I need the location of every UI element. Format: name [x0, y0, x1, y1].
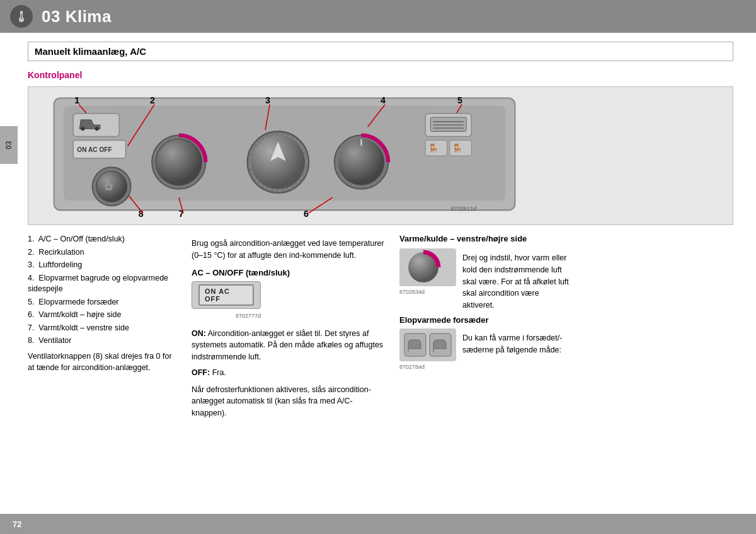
ac-title: AC – ON/OFF (tænd/sluk): [192, 268, 387, 277]
varme-text: Drej og indstil, hvor varm eller kold de…: [462, 252, 570, 311]
elop-img-code: 8702784d: [399, 364, 456, 370]
svg-text:3: 3: [265, 95, 270, 105]
varme-img-code: 8702834d: [399, 289, 456, 295]
numbered-list: 1. A/C – On/Off (tænd/sluk) 2. Recirkula…: [28, 234, 179, 419]
on-text: Aircondition-anlægget er slået til. Det …: [192, 329, 383, 362]
on-label: ON:: [192, 329, 206, 338]
varme-knob-image: [399, 248, 456, 286]
off-text: Fra.: [212, 368, 226, 377]
page-title: 03 Klima: [42, 7, 112, 26]
svg-rect-2: [21, 14, 22, 20]
svg-text:🪑: 🪑: [428, 142, 439, 154]
chapter-icon: [10, 5, 33, 28]
off-description: OFF: Fra.: [192, 367, 387, 379]
varme-title: Varme/kulde – venstre/højre side: [399, 234, 570, 243]
middle-column: Brug også aircondition-anlægget ved lave…: [192, 234, 387, 419]
svg-text:✿: ✿: [104, 180, 113, 193]
page-footer: 72: [0, 514, 756, 534]
svg-text:ON AC OFF: ON AC OFF: [77, 146, 112, 153]
svg-text:🪑: 🪑: [452, 142, 463, 154]
list-item-4: 4. Elopvarmet bagrude og elopvarmede sid…: [28, 273, 179, 295]
svg-text:1: 1: [74, 95, 79, 105]
list-item-2: 2. Recirkulation: [28, 247, 179, 258]
intro-text: Brug også aircondition-anlægget ved lave…: [192, 238, 387, 262]
section-title: Manuelt klimaanlæg, A/C: [28, 42, 733, 61]
list-item-6: 6. Varmt/koldt – højre side: [28, 310, 179, 321]
list-item-1: 1. A/C – On/Off (tænd/sluk): [28, 234, 179, 245]
elop-title: Elopvarmede forsæder: [399, 315, 570, 325]
elop-text: Du kan få varme i forsædet/-sæderne på f…: [462, 332, 570, 356]
main-content: Manuelt klimaanlæg, A/C Kontrolpanel 1 2…: [0, 33, 756, 514]
control-panel-image: 1 2 3 4 5 8 7 6: [28, 86, 733, 225]
svg-text:8702611d: 8702611d: [451, 206, 477, 212]
svg-text:5: 5: [457, 95, 462, 105]
when-note: Når defrosterfunktionen aktiveres, slås …: [192, 384, 387, 419]
list-item-3: 3. Luftfordeling: [28, 260, 179, 271]
svg-point-27: [156, 139, 202, 185]
page-header: 03 Klima: [0, 0, 756, 33]
ac-image-code: 8702777d: [192, 313, 261, 319]
subheading: Kontrolpanel: [28, 70, 733, 80]
content-columns: 1. A/C – On/Off (tænd/sluk) 2. Recirkula…: [28, 234, 733, 419]
list-item-7: 7. Varmt/koldt – venstre side: [28, 323, 179, 334]
page-number: 72: [13, 519, 21, 529]
seat-button-image: [399, 328, 456, 361]
off-label: OFF:: [192, 368, 210, 377]
ac-button-label: ON AC OFF: [198, 284, 254, 306]
list-item-5: 5. Elopvarmede forsæder: [28, 297, 179, 308]
svg-rect-39: [430, 117, 466, 131]
svg-text:6: 6: [304, 209, 309, 219]
svg-point-23: [95, 127, 99, 131]
chapter-tab: 03: [0, 126, 18, 164]
svg-point-22: [81, 127, 84, 131]
list-note: Ventilatorknappen (8) skal drejes fra 0 …: [28, 351, 179, 374]
svg-text:4: 4: [381, 95, 386, 105]
svg-text:2: 2: [150, 95, 155, 105]
right-column: Varme/kulde – venstre/højre side: [399, 234, 570, 419]
ac-button-image: ON AC OFF: [192, 281, 261, 309]
svg-point-36: [338, 139, 384, 185]
list-item-8: 8. Ventilator: [28, 335, 179, 347]
on-description: ON: Aircondition-anlægget er slået til. …: [192, 328, 387, 363]
